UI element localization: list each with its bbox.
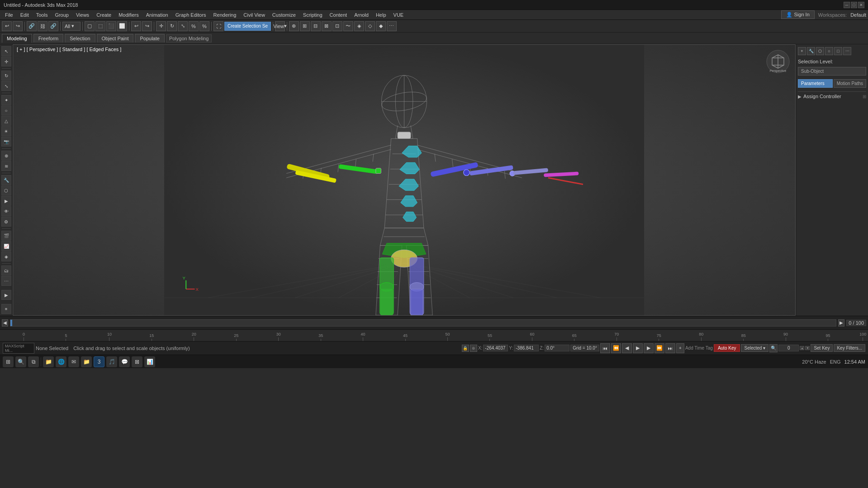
selected-dropdown[interactable]: Selected ▾: [741, 344, 768, 352]
taskbar-mail[interactable]: ✉: [68, 356, 79, 367]
sub-object-button[interactable]: Sub-Object: [798, 67, 866, 76]
mirror-button[interactable]: ⊞: [300, 21, 310, 31]
lt-shapes[interactable]: △: [1, 116, 11, 126]
timeline-prev-button[interactable]: ◀: [2, 319, 8, 327]
array-button[interactable]: ⊟: [311, 21, 321, 31]
coord-lock-icon[interactable]: 🔒: [462, 345, 469, 352]
prev-frame-button[interactable]: ⏪: [611, 343, 621, 353]
rp-circle-icon[interactable]: ○: [825, 47, 833, 55]
tab-freeform[interactable]: Freeform: [33, 34, 64, 43]
bind-button[interactable]: 🔗: [48, 21, 58, 31]
lt-select[interactable]: ↖: [1, 46, 11, 56]
lt-cameras[interactable]: 📷: [1, 137, 11, 147]
menu-vue[interactable]: VUE: [390, 11, 407, 19]
viewport[interactable]: [ + ] [ Perspective ] [ Standard ] [ Edg…: [13, 44, 796, 316]
set-key-button[interactable]: Set Key: [811, 344, 833, 352]
uniform-button[interactable]: %: [199, 21, 209, 31]
taskbar-app2[interactable]: 📊: [144, 356, 155, 367]
auto-key-button[interactable]: Auto Key: [714, 344, 740, 352]
rotate-button[interactable]: ↻: [167, 21, 177, 31]
taskbar-browser[interactable]: 🌐: [56, 356, 66, 367]
menu-animation[interactable]: Animation: [143, 11, 171, 19]
x-coord-value[interactable]: -264.4037: [483, 345, 508, 351]
add-time-tag-icon[interactable]: +: [676, 343, 684, 353]
sign-in-button[interactable]: 👤 Sign In: [781, 10, 814, 19]
menu-scripting[interactable]: Scripting: [300, 11, 326, 19]
create-selection-button[interactable]: Create Selection Se: [224, 22, 271, 31]
lt-extra[interactable]: ⋯: [1, 276, 11, 286]
taskbar-file-explorer[interactable]: 📁: [43, 356, 54, 367]
playback-search-icon[interactable]: 🔍: [769, 344, 778, 352]
lt-motion[interactable]: ▶: [1, 196, 11, 206]
menu-graph-editors[interactable]: Graph Editors: [172, 11, 209, 19]
layer-dropdown[interactable]: All ▾: [62, 22, 81, 31]
viewport-gizmo[interactable]: Perspective: [766, 49, 791, 74]
menu-group[interactable]: Group: [52, 11, 72, 19]
lt-lights[interactable]: ☀: [1, 126, 11, 136]
next-frame-button[interactable]: ⏩: [655, 343, 664, 353]
snap-toggle[interactable]: ⛶: [213, 21, 223, 31]
lt-spacewarps[interactable]: ≋: [1, 161, 11, 171]
lt-hierarchy[interactable]: ⬡: [1, 185, 11, 195]
taskbar-folder[interactable]: 📁: [81, 356, 92, 367]
timeline-frame[interactable]: 0 / 100: [846, 320, 866, 326]
maximize-button[interactable]: □: [851, 2, 857, 8]
taskbar-3dsmax[interactable]: 3: [94, 356, 104, 367]
maxscript-mini[interactable]: MAXScript Mi...: [3, 343, 34, 354]
lt-color-swatch[interactable]: ■: [1, 304, 11, 314]
lt-rotate[interactable]: ↻: [1, 71, 11, 81]
lt-helpers[interactable]: ⊕: [1, 151, 11, 161]
select-object-button[interactable]: ▢: [85, 21, 95, 31]
lt-utilities[interactable]: ⚙: [1, 217, 11, 227]
menu-customize[interactable]: Customize: [269, 11, 299, 19]
menu-content[interactable]: Content: [327, 11, 351, 19]
rp-modify-icon[interactable]: 🔧: [807, 47, 815, 55]
tab-populate[interactable]: Populate: [135, 34, 164, 43]
menu-arnold[interactable]: Arnold: [351, 11, 372, 19]
timeline-slider[interactable]: [10, 319, 836, 327]
start-button[interactable]: ⊞: [3, 356, 14, 367]
menu-civil-view[interactable]: Civil View: [240, 11, 268, 19]
unlink-button[interactable]: ⛓: [38, 21, 47, 31]
close-button[interactable]: ✕: [858, 2, 864, 8]
minimize-button[interactable]: ─: [844, 2, 850, 8]
tab-object-paint[interactable]: Object Paint: [97, 34, 134, 43]
lt-scene[interactable]: 🗂: [1, 265, 11, 275]
material-button[interactable]: ◇: [365, 21, 375, 31]
motion-paths-button[interactable]: Motion Paths: [834, 79, 866, 88]
select-link-button[interactable]: 🔗: [27, 21, 37, 31]
lt-modify[interactable]: 🔧: [1, 175, 11, 185]
lt-create[interactable]: ✦: [1, 95, 11, 105]
parameters-button[interactable]: Parameters: [798, 79, 833, 88]
rp-dots-icon[interactable]: ⋯: [843, 47, 851, 55]
clone-button[interactable]: ⊠: [322, 21, 332, 31]
menu-file[interactable]: File: [2, 11, 16, 19]
task-view-button[interactable]: ⧉: [28, 356, 39, 367]
lt-graph[interactable]: 📈: [1, 241, 11, 251]
view-dropdown[interactable]: View▾: [275, 21, 285, 31]
redo-button[interactable]: ↪: [13, 21, 23, 31]
curve-button[interactable]: 〜: [343, 21, 353, 31]
frame-down-button[interactable]: ▼: [805, 346, 810, 350]
texture-button[interactable]: ◆: [376, 21, 386, 31]
lt-render[interactable]: ◈: [1, 251, 11, 261]
viewport-canvas[interactable]: X Y Perspective: [13, 45, 795, 315]
menu-rendering[interactable]: Rendering: [210, 11, 240, 19]
rp-create-icon[interactable]: +: [798, 47, 806, 55]
menu-views[interactable]: Views: [73, 11, 92, 19]
rp-square-icon[interactable]: □: [834, 47, 842, 55]
assign-controller[interactable]: ▶ Assign Controller ⊞: [798, 91, 866, 101]
prev-key-button[interactable]: ◀: [622, 343, 632, 353]
undo2-button[interactable]: ↩: [131, 21, 141, 31]
tab-selection[interactable]: Selection: [65, 34, 95, 43]
frame-input[interactable]: [778, 345, 799, 351]
tab-modeling[interactable]: Modeling: [2, 34, 32, 43]
lt-move[interactable]: ✛: [1, 57, 11, 66]
menu-create[interactable]: Create: [93, 11, 114, 19]
rp-hierarchy-icon[interactable]: ⬡: [816, 47, 824, 55]
menu-help[interactable]: Help: [373, 11, 389, 19]
lt-display[interactable]: 👁: [1, 206, 11, 216]
select-move-button[interactable]: ✛: [156, 21, 166, 31]
hierarchy-button[interactable]: ⊡: [332, 21, 342, 31]
more-button[interactable]: ⋯: [387, 21, 397, 31]
